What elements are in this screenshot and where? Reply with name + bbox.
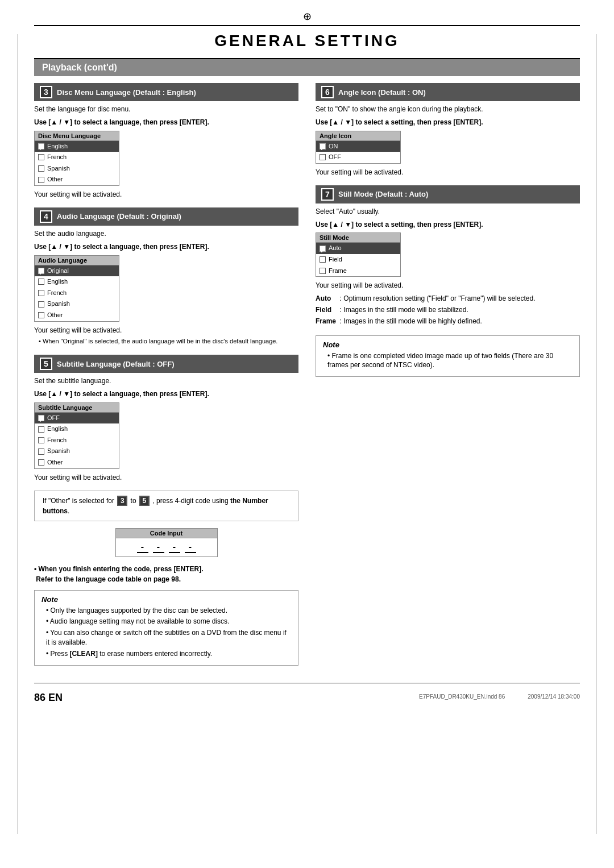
step-4-option-french[interactable]: French [35,288,119,299]
step-7-descriptions: Auto : Optimum resolution setting ("Fiel… [316,294,580,326]
step-6-section: 6 Angle Icon (Default : ON) Set to "ON" … [316,83,580,176]
step-5-checkbox-french [38,437,44,443]
step-5-option-french[interactable]: French [35,435,119,446]
step-6-title: Angle Icon (Default : ON) [338,88,426,97]
step-3-section: 3 Disc Menu Language (Default : English)… [34,83,298,198]
step-4-instruction: Use [▲ / ▼] to select a language, then p… [34,242,298,252]
code-input-fields: - - - - [115,538,218,557]
step-4-table: Audio Language ✓ Original English French [34,255,119,322]
if-other-step-to: 5 [139,496,150,506]
code-input-label: Code Input [115,528,218,538]
step-6-desc: Set to "ON" to show the angle icon durin… [316,105,580,114]
right-note-title: Note [323,340,572,349]
step-5-instruction: Use [▲ / ▼] to select a language, then p… [34,389,298,399]
step-4-checkbox-french [38,290,44,296]
bottom-note-item-3: • You can also change or switch off the … [46,628,291,647]
step-5-title-bar: 5 Subtitle Language (Default : OFF) [34,355,298,373]
step-3-table-header: Disc Menu Language [35,131,119,141]
step-7-section: 7 Still Mode (Default : Auto) Select "Au… [316,185,580,326]
step-4-number: 4 [40,210,52,223]
code-dash-4: - [185,542,196,553]
step-3-option-english[interactable]: ✓ English [35,141,119,152]
step-7-desc: Select "Auto" usually. [316,207,580,217]
bottom-note-item-4: • Press [CLEAR] to erase numbers entered… [46,649,291,659]
if-other-to-text: to [131,497,136,505]
step-3-activated: Your setting will be activated. [34,190,298,198]
desc-auto-text: Optimum resolution setting ("Field" or "… [343,294,535,304]
page-number: 86 EN [34,692,63,704]
step-5-desc: Set the subtitle language. [34,376,298,386]
bottom-note-item-1: • Only the languages supported by the di… [46,606,291,616]
step-4-option-original[interactable]: ✓ Original [35,265,119,277]
bottom-note-box: Note • Only the languages supported by t… [34,590,298,666]
footer-right: 2009/12/14 18:34:00 [528,693,580,700]
page-wrapper: ⊕ GENERAL SETTING Playback (cont'd) 3 Di… [0,0,614,868]
step-3-number: 3 [40,86,52,98]
compass-top-icon: ⊕ [34,0,580,25]
step-5-option-spanish[interactable]: Spanish [35,446,119,457]
step-4-checkbox-spanish [38,301,44,308]
step-5-option-other[interactable]: Other [35,457,119,468]
step-4-checkbox-english [38,279,44,285]
bottom-note-item-2: • Audio language setting may not be avai… [46,617,291,626]
step-7-table-header: Still Mode [316,233,400,243]
step-3-option-other[interactable]: Other [35,174,119,185]
step-3-option-french[interactable]: French [35,152,119,163]
step-4-desc: Set the audio language. [34,229,298,239]
step-7-instruction: Use [▲ / ▼] to select a setting, then pr… [316,220,580,230]
step-3-option-spanish[interactable]: Spanish [35,163,119,175]
step-6-title-bar: 6 Angle Icon (Default : ON) [316,83,580,101]
desc-auto: Auto : Optimum resolution setting ("Fiel… [316,294,580,304]
step-7-option-field[interactable]: Field [316,254,400,265]
step-4-option-other[interactable]: Other [35,310,119,321]
bottom-note-title: Note [42,595,291,604]
code-input-wrapper: Code Input - - - - [115,528,218,557]
step-4-option-spanish[interactable]: Spanish [35,298,119,310]
step-5-option-english[interactable]: English [35,423,119,435]
step-5-checkbox-other [38,459,44,466]
if-other-text-before: If "Other" is selected for [43,497,114,505]
step-7-option-auto[interactable]: ✓ Auto [316,243,400,254]
step-4-title-bar: 4 Audio Language (Default : Original) [34,207,298,226]
if-other-box: If "Other" is selected for 3 to 5 , pres… [34,491,298,521]
two-column-layout: 3 Disc Menu Language (Default : English)… [34,83,580,671]
step-5-section: 5 Subtitle Language (Default : OFF) Set … [34,355,298,481]
step-7-checkbox-frame [320,268,326,274]
step-4-note: • When "Original" is selected, the audio… [39,337,298,346]
if-other-step-from: 3 [117,496,127,506]
step-5-checkbox-off: ✓ [38,415,44,421]
step-4-option-english[interactable]: English [35,276,119,288]
step-6-checkbox-off [320,154,326,160]
step-3-checkbox-english: ✓ [38,143,44,149]
left-column: 3 Disc Menu Language (Default : English)… [34,83,298,671]
footer-left: E7PFAUD_DR430KU_EN.indd 86 [419,693,505,700]
step-5-title: Subtitle Language (Default : OFF) [57,360,175,368]
step-5-option-off[interactable]: ✓ OFF [35,413,119,424]
right-note-box: Note • Frame is one completed video imag… [316,335,580,377]
step-7-table: Still Mode ✓ Auto Field Frame [316,232,401,277]
step-6-option-on[interactable]: ✓ ON [316,141,400,152]
step-6-checkbox-on: ✓ [320,143,326,149]
code-dash-2: - [153,542,164,553]
step-3-table: Disc Menu Language ✓ English French Span… [34,131,119,186]
border-right [596,34,597,834]
desc-field-text: Images in the still mode will be stabili… [343,305,468,315]
step-4-activated: Your setting will be activated. [34,326,298,334]
step-3-checkbox-other [38,177,44,183]
step-7-option-frame[interactable]: Frame [316,265,400,277]
step-7-title-bar: 7 Still Mode (Default : Auto) [316,185,580,203]
if-other-text-after: , press 4-digit code using [152,497,228,505]
step-6-table-header: Angle Icon [316,131,400,141]
step-3-instruction: Use [▲ / ▼] to select a language, then p… [34,118,298,127]
step-4-table-header: Audio Language [35,256,119,265]
step-3-desc: Set the language for disc menu. [34,105,298,114]
step-6-option-off[interactable]: OFF [316,152,400,163]
desc-frame: Frame : Images in the still mode will be… [316,317,580,326]
step-7-checkbox-field [320,256,326,263]
step-5-checkbox-english [38,426,44,433]
step-6-number: 6 [321,86,334,98]
border-left [17,34,18,834]
step-5-number: 5 [40,358,52,370]
step-5-checkbox-spanish [38,448,44,455]
desc-frame-text: Images in the still mode will be highly … [343,317,482,326]
